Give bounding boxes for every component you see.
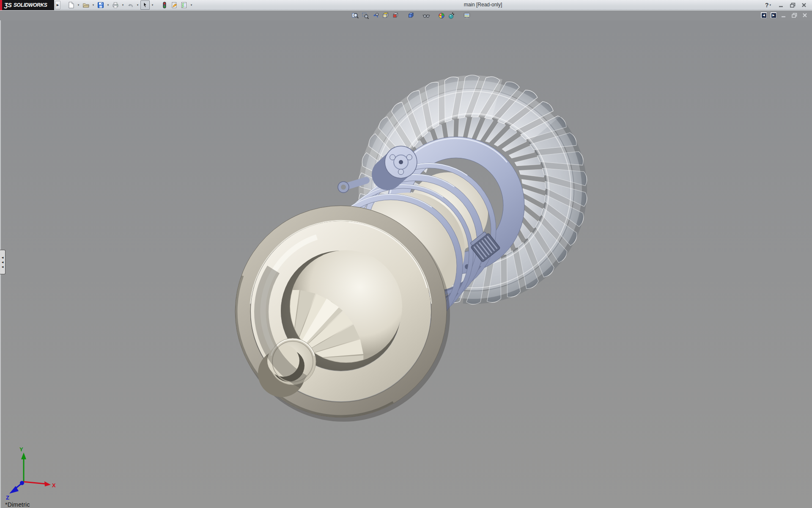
feature-panel-splitter[interactable]: ◂ ◂ ◂ bbox=[0, 250, 5, 274]
view-orientation-icon bbox=[392, 12, 400, 19]
options-checklist-icon bbox=[181, 2, 187, 8]
file-properties-icon bbox=[171, 2, 178, 8]
solidworks-logo: ƷS SOLIDWORKS bbox=[0, 0, 54, 10]
jet-engine-model[interactable] bbox=[0, 20, 812, 508]
rebuild-button[interactable] bbox=[160, 0, 169, 10]
print-caret[interactable]: ▾ bbox=[121, 0, 125, 10]
pane-toggle-right-button[interactable]: ▶ bbox=[770, 12, 777, 19]
logo-red-stripe bbox=[0, 0, 2, 10]
doc-close-button[interactable] bbox=[801, 11, 809, 19]
hide-show-items-button[interactable] bbox=[421, 11, 431, 20]
previous-view-icon bbox=[372, 12, 379, 19]
appearance-ball-icon bbox=[438, 12, 445, 19]
brand-wordmark: SOLIDWORKS bbox=[14, 2, 47, 8]
app-restore-button[interactable] bbox=[789, 1, 796, 9]
select-button[interactable] bbox=[140, 0, 150, 10]
app-close-button[interactable] bbox=[800, 1, 808, 9]
options-button[interactable] bbox=[179, 0, 189, 10]
menu-flyout-icon: ▶ bbox=[57, 3, 59, 7]
triad-x-label: X bbox=[52, 482, 56, 489]
viewport-top-strip: ◀ ▶ bbox=[0, 10, 812, 20]
restore-icon bbox=[790, 3, 796, 8]
save-button[interactable] bbox=[96, 0, 105, 10]
doc-minimize-icon bbox=[781, 13, 786, 18]
doc-close-icon bbox=[802, 13, 807, 18]
print-icon bbox=[112, 2, 119, 8]
view-orientation-label: *Dimetric bbox=[5, 501, 30, 508]
apply-scene-icon bbox=[448, 12, 455, 19]
document-window-controls: ◀ ▶ bbox=[760, 11, 809, 19]
rebuild-traffic-light-icon bbox=[161, 2, 168, 8]
select-caret[interactable]: ▾ bbox=[150, 0, 155, 10]
title-bar: ƷS SOLIDWORKS ▶ ▾ ▾ bbox=[0, 0, 812, 10]
pane-right-icon: ▶ bbox=[771, 13, 776, 18]
view-orientation-button[interactable] bbox=[391, 11, 401, 20]
minimize-icon bbox=[779, 3, 784, 8]
new-document-caret[interactable]: ▾ bbox=[76, 0, 81, 10]
triad-y-label: Y bbox=[19, 446, 23, 453]
zoom-to-fit-button[interactable] bbox=[350, 11, 360, 20]
pane-toggle-left-button[interactable]: ◀ bbox=[760, 12, 767, 19]
display-style-button[interactable] bbox=[406, 11, 416, 20]
zoom-to-fit-icon bbox=[351, 12, 359, 19]
view-settings-icon bbox=[463, 12, 471, 19]
section-view-button[interactable] bbox=[381, 11, 391, 20]
headsup-view-toolbar bbox=[350, 11, 472, 20]
graphics-area[interactable]: ◂ ◂ ◂ Y X Z *Dimetric bbox=[0, 20, 812, 508]
close-icon bbox=[801, 3, 807, 8]
triad-z-label: Z bbox=[6, 494, 9, 501]
print-button[interactable] bbox=[111, 0, 120, 10]
zoom-to-area-button[interactable] bbox=[360, 11, 370, 20]
doc-restore-icon bbox=[792, 13, 797, 18]
undo-caret[interactable]: ▾ bbox=[135, 0, 140, 10]
app-minimize-button[interactable] bbox=[777, 1, 785, 9]
help-caret: ▾ bbox=[769, 0, 771, 10]
apply-scene-button[interactable] bbox=[447, 11, 457, 20]
new-document-icon bbox=[68, 2, 74, 8]
reference-triad: Y X Z bbox=[3, 445, 58, 501]
doc-restore-button[interactable] bbox=[790, 11, 798, 19]
help-button[interactable]: ? ▾ bbox=[765, 0, 771, 10]
save-caret[interactable]: ▾ bbox=[106, 0, 110, 10]
new-document-button[interactable] bbox=[66, 0, 76, 10]
open-button[interactable] bbox=[81, 0, 91, 10]
doc-minimize-button[interactable] bbox=[780, 11, 787, 19]
brand-3ds-glyph: ƷS bbox=[4, 2, 12, 8]
display-style-icon bbox=[407, 12, 415, 19]
splitter-arrow-icon: ◂ bbox=[2, 256, 4, 260]
pane-left-icon: ◀ bbox=[762, 13, 766, 18]
save-floppy-icon bbox=[97, 2, 104, 8]
splitter-arrow-icon: ◂ bbox=[2, 265, 4, 269]
file-properties-button[interactable] bbox=[170, 0, 179, 10]
document-title: main [Read-only] bbox=[445, 2, 521, 8]
section-view-icon bbox=[382, 12, 390, 19]
zoom-to-area-icon bbox=[362, 12, 369, 19]
undo-icon bbox=[127, 2, 134, 8]
splitter-arrow-icon: ◂ bbox=[2, 260, 4, 264]
solidworks-window: ƷS SOLIDWORKS ▶ ▾ ▾ bbox=[0, 0, 812, 508]
eyeglasses-icon bbox=[422, 12, 430, 19]
options-caret[interactable]: ▾ bbox=[189, 0, 194, 10]
help-icon: ? bbox=[765, 2, 769, 8]
select-cursor-icon bbox=[142, 2, 148, 8]
edit-appearance-button[interactable] bbox=[436, 11, 447, 20]
undo-button[interactable] bbox=[126, 0, 135, 10]
view-settings-button[interactable] bbox=[462, 11, 472, 20]
open-caret[interactable]: ▾ bbox=[91, 0, 96, 10]
open-folder-icon bbox=[82, 2, 89, 8]
previous-view-button[interactable] bbox=[370, 11, 381, 20]
menu-flyout-button[interactable]: ▶ bbox=[55, 1, 60, 9]
